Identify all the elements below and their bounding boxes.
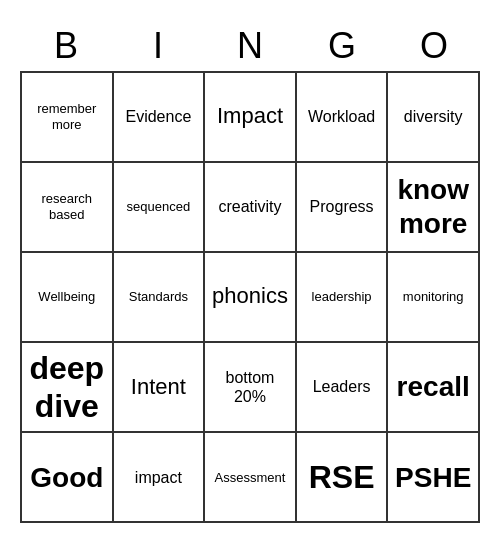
cell-text: bottom 20%: [209, 368, 291, 406]
bingo-cell: Workload: [297, 73, 389, 163]
bingo-cell: diversity: [388, 73, 480, 163]
cell-text: know more: [392, 173, 474, 240]
bingo-cell: RSE: [297, 433, 389, 523]
bingo-cell: Wellbeing: [22, 253, 114, 343]
bingo-cell: Assessment: [205, 433, 297, 523]
cell-text: research based: [26, 191, 108, 222]
bingo-card: BINGO remember moreEvidenceImpactWorkloa…: [20, 21, 480, 524]
cell-text: phonics: [212, 283, 288, 309]
cell-text: sequenced: [127, 199, 191, 215]
bingo-cell: Impact: [205, 73, 297, 163]
bingo-cell: creativity: [205, 163, 297, 253]
bingo-cell: know more: [388, 163, 480, 253]
cell-text: creativity: [218, 197, 281, 216]
cell-text: Standards: [129, 289, 188, 305]
cell-text: Good: [30, 461, 103, 495]
cell-text: monitoring: [403, 289, 464, 305]
bingo-cell: research based: [22, 163, 114, 253]
bingo-cell: sequenced: [114, 163, 206, 253]
bingo-cell: bottom 20%: [205, 343, 297, 434]
bingo-cell: monitoring: [388, 253, 480, 343]
bingo-cell: phonics: [205, 253, 297, 343]
bingo-cell: deep dive: [22, 343, 114, 434]
bingo-cell: impact: [114, 433, 206, 523]
bingo-cell: Good: [22, 433, 114, 523]
header-letter: G: [296, 21, 388, 71]
bingo-cell: PSHE: [388, 433, 480, 523]
bingo-cell: Standards: [114, 253, 206, 343]
bingo-cell: recall: [388, 343, 480, 434]
cell-text: Intent: [131, 374, 186, 400]
cell-text: Assessment: [215, 470, 286, 486]
bingo-cell: Progress: [297, 163, 389, 253]
cell-text: leadership: [312, 289, 372, 305]
cell-text: Evidence: [125, 107, 191, 126]
bingo-cell: Leaders: [297, 343, 389, 434]
header-letter: N: [204, 21, 296, 71]
cell-text: impact: [135, 468, 182, 487]
cell-text: Impact: [217, 103, 283, 129]
header-letter: O: [388, 21, 480, 71]
bingo-cell: Evidence: [114, 73, 206, 163]
cell-text: Wellbeing: [38, 289, 95, 305]
bingo-header: BINGO: [20, 21, 480, 71]
cell-text: Progress: [310, 197, 374, 216]
cell-text: remember more: [26, 101, 108, 132]
bingo-cell: remember more: [22, 73, 114, 163]
header-letter: I: [112, 21, 204, 71]
cell-text: Leaders: [313, 377, 371, 396]
cell-text: RSE: [309, 458, 375, 496]
cell-text: diversity: [404, 107, 463, 126]
bingo-grid: remember moreEvidenceImpactWorkloaddiver…: [20, 71, 480, 524]
bingo-cell: Intent: [114, 343, 206, 434]
cell-text: PSHE: [395, 461, 471, 495]
cell-text: deep dive: [26, 349, 108, 426]
header-letter: B: [20, 21, 112, 71]
cell-text: Workload: [308, 107, 375, 126]
bingo-cell: leadership: [297, 253, 389, 343]
cell-text: recall: [397, 370, 470, 404]
